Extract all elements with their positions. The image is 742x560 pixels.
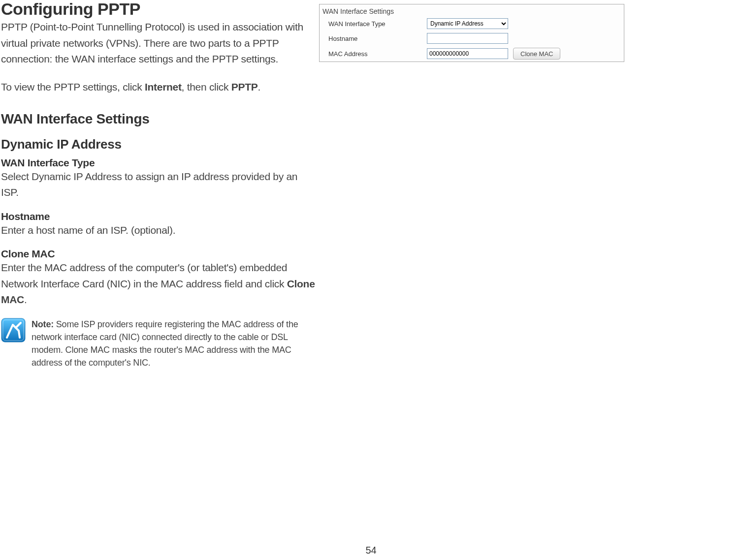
doc-left-column: Configuring PPTP PPTP (Point-to-Point Tu… [0, 0, 315, 369]
intro-2-bold-pptp: PPTP [231, 81, 258, 93]
page-title: Configuring PPTP [1, 0, 315, 18]
field-desc-hostname: Enter a host name of an ISP. (optional). [1, 222, 315, 239]
intro-2-text-post: . [258, 81, 260, 93]
panel-label-hostname: Hostname [328, 35, 427, 42]
field-label-wan-type: WAN Interface Type [1, 157, 315, 169]
clone-mac-button[interactable]: Clone MAC [513, 48, 560, 60]
panel-label-wan-type: WAN Interface Type [328, 20, 427, 28]
field-desc-wan-type: Select Dynamic IP Address to assign an I… [1, 169, 315, 201]
svg-rect-0 [1, 318, 25, 342]
wan-settings-panel: WAN Interface Settings WAN Interface Typ… [319, 4, 624, 62]
clone-mac-desc-post: . [24, 294, 27, 305]
panel-row-wan-type: WAN Interface Type Dynamic IP Address [320, 16, 624, 31]
hostname-input[interactable] [427, 33, 508, 44]
intro-2-text-mid: , then click [182, 81, 231, 93]
intro-2-bold-internet: Internet [145, 81, 182, 93]
clone-mac-desc-pre: Enter the MAC address of the computer's … [1, 262, 287, 289]
note-text: Note: Some ISP providers require registe… [32, 318, 315, 369]
wan-interface-type-select[interactable]: Dynamic IP Address [427, 18, 508, 29]
intro-2-text-pre: To view the PPTP settings, click [1, 81, 145, 93]
note-icon [1, 318, 26, 342]
mac-address-input[interactable] [427, 48, 508, 59]
subsection-heading-dynamic-ip: Dynamic IP Address [1, 137, 315, 152]
field-label-hostname: Hostname [1, 211, 315, 222]
panel-row-hostname: Hostname [320, 31, 624, 46]
panel-label-mac: MAC Address [328, 50, 427, 58]
note-label: Note: [32, 319, 54, 329]
panel-title: WAN Interface Settings [320, 4, 624, 16]
field-desc-clone-mac: Enter the MAC address of the computer's … [1, 260, 315, 308]
page-number: 54 [0, 545, 742, 556]
note-block: Note: Some ISP providers require registe… [1, 318, 315, 369]
panel-row-mac: MAC Address Clone MAC [320, 46, 624, 62]
intro-paragraph-1: PPTP (Point-to-Point Tunnelling Protocol… [1, 19, 315, 67]
section-heading-wan: WAN Interface Settings [1, 111, 315, 127]
intro-paragraph-2: To view the PPTP settings, click Interne… [1, 79, 315, 95]
note-body: Some ISP providers require registering t… [32, 319, 298, 368]
field-label-clone-mac: Clone MAC [1, 248, 315, 260]
